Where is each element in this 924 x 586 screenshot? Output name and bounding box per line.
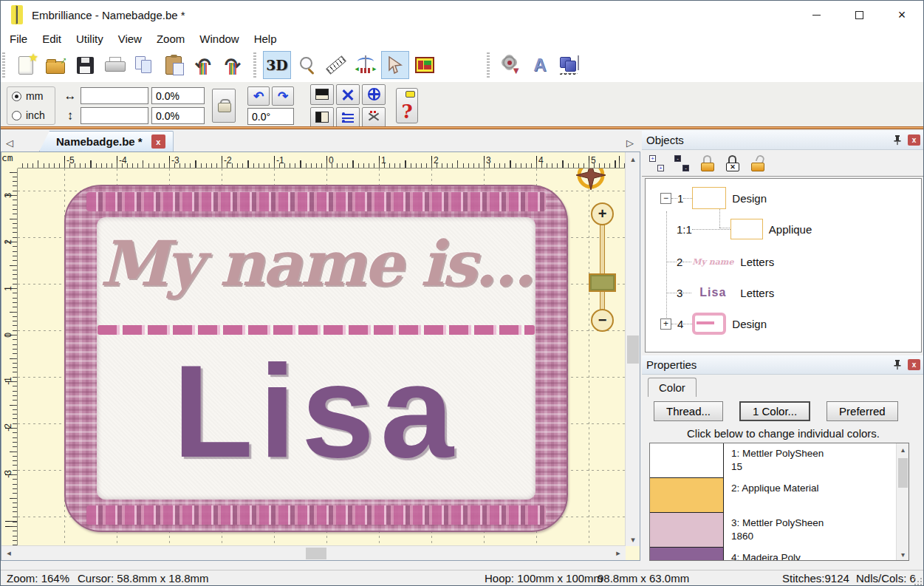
- resize-grip[interactable]: [914, 577, 923, 586]
- scroll-left-arrow[interactable]: ◂: [1, 546, 16, 559]
- collapse-toggle[interactable]: −: [660, 193, 671, 204]
- tab-scroll-right[interactable]: ▷: [621, 134, 639, 151]
- badge-script-text[interactable]: My name is...: [97, 208, 535, 319]
- unit-mm-option[interactable]: mm: [12, 90, 50, 102]
- expand-all-button[interactable]: ++: [649, 155, 665, 171]
- menu-view[interactable]: View: [111, 31, 149, 47]
- badge-border-stitching: [86, 505, 546, 525]
- lock-button[interactable]: [699, 155, 716, 171]
- badge-name-text[interactable]: Lisa: [97, 327, 535, 482]
- zoom-slider-track[interactable]: [600, 225, 605, 312]
- tab-namebadge[interactable]: Namebadge.be * x: [39, 131, 174, 151]
- scroll-down-arrow[interactable]: ▾: [897, 548, 909, 560]
- lettering-button[interactable]: A: [526, 51, 554, 79]
- color-swatch[interactable]: [650, 548, 724, 561]
- view-3d-button[interactable]: 3D: [263, 51, 291, 79]
- copy-button[interactable]: [130, 51, 158, 79]
- tab-close-button[interactable]: x: [151, 134, 165, 149]
- color-row-3[interactable]: 3: Mettler PolySheen1860: [650, 513, 908, 548]
- trim-button[interactable]: [362, 107, 386, 128]
- unit-inch-option[interactable]: inch: [12, 109, 50, 121]
- menu-window[interactable]: Window: [192, 31, 246, 47]
- menu-file[interactable]: File: [2, 31, 35, 47]
- one-color-button[interactable]: 1 Color...: [739, 401, 810, 421]
- width-percent-input[interactable]: [151, 87, 205, 104]
- color-row-4[interactable]: 4: Madeira Poly: [650, 548, 908, 561]
- tab-scroll-left[interactable]: ◁: [1, 134, 18, 151]
- redo-button[interactable]: ↷: [219, 51, 247, 79]
- new-button[interactable]: ★: [12, 51, 40, 79]
- menu-edit[interactable]: Edit: [35, 31, 69, 47]
- height-percent-input[interactable]: [151, 107, 205, 124]
- tree-item-letters-3[interactable]: 3 Lisa Letters: [646, 279, 921, 306]
- stitch-edit-button[interactable]: ◂▸: [352, 51, 380, 79]
- tree-item-applique[interactable]: 1:1 Applique: [646, 216, 921, 242]
- fit-selection-button[interactable]: [336, 84, 360, 105]
- color-list-scrollbar[interactable]: ▴ ▾: [896, 443, 908, 560]
- background-color-button[interactable]: [310, 84, 334, 105]
- print-button[interactable]: [100, 51, 129, 79]
- radio-mm[interactable]: [12, 92, 21, 101]
- lock-none-button[interactable]: ✕: [725, 155, 741, 171]
- zoom-in-button[interactable]: +: [591, 202, 614, 225]
- tab-color[interactable]: Color: [648, 378, 697, 397]
- color-swatch[interactable]: [650, 513, 724, 548]
- height-input[interactable]: [81, 107, 148, 124]
- rotate-left-button[interactable]: ↶: [247, 86, 270, 106]
- rotate-right-button[interactable]: ↷: [272, 86, 294, 106]
- vertical-scroll-thumb[interactable]: [627, 335, 639, 364]
- scroll-right-arrow[interactable]: ▸: [611, 546, 626, 559]
- menu-utility[interactable]: Utility: [69, 31, 111, 47]
- aspect-lock-button[interactable]: [212, 89, 236, 123]
- color-row-1[interactable]: 1: Mettler PolySheen15: [650, 443, 908, 478]
- scroll-up-arrow[interactable]: ▴: [897, 443, 909, 455]
- tree-item-design-4[interactable]: + 4 Design: [646, 310, 921, 337]
- contrast-toggle-button[interactable]: [310, 107, 334, 128]
- measure-button[interactable]: [322, 51, 350, 79]
- stitch-simulator-button[interactable]: ▼: [496, 51, 524, 79]
- scroll-down-arrow[interactable]: ▾: [626, 533, 640, 546]
- object-window-button[interactable]: [411, 51, 439, 79]
- radio-inch[interactable]: [12, 111, 21, 120]
- zoom-tool-button[interactable]: [292, 51, 321, 79]
- minimize-button[interactable]: [795, 1, 838, 29]
- preferred-button[interactable]: Preferred: [827, 401, 898, 421]
- zoom-out-button[interactable]: −: [591, 309, 614, 332]
- expand-toggle[interactable]: +: [660, 318, 671, 330]
- design-viewport[interactable]: My name is... Lisa N + −: [18, 168, 625, 546]
- pin-icon[interactable]: [893, 359, 902, 370]
- color-swatch[interactable]: [650, 478, 724, 513]
- open-button[interactable]: →: [41, 51, 69, 79]
- color-scroll-thumb[interactable]: [898, 458, 908, 488]
- scroll-up-arrow[interactable]: ▴: [626, 152, 640, 166]
- width-input[interactable]: [81, 87, 148, 104]
- tree-item-design-1[interactable]: − 1 Design: [646, 185, 921, 211]
- unlock-button[interactable]: [750, 155, 766, 171]
- rotation-input[interactable]: [247, 108, 294, 125]
- namebadge-design[interactable]: My name is... Lisa: [64, 185, 568, 532]
- horizontal-scroll-thumb[interactable]: [306, 548, 326, 559]
- merge-design-button[interactable]: [555, 51, 584, 79]
- properties-panel-close-button[interactable]: x: [908, 359, 920, 370]
- thread-button[interactable]: Thread...: [654, 401, 723, 421]
- save-button[interactable]: [71, 51, 99, 79]
- close-button[interactable]: ×: [880, 1, 923, 29]
- menu-help[interactable]: Help: [247, 31, 284, 47]
- objects-panel-close-button[interactable]: x: [908, 134, 920, 146]
- color-swatch[interactable]: [650, 443, 724, 478]
- zoom-slider-handle[interactable]: [589, 273, 616, 292]
- maximize-button[interactable]: [838, 1, 880, 29]
- vertical-scrollbar[interactable]: ▴ ▾: [625, 152, 640, 546]
- collapse-all-button[interactable]: --: [674, 155, 691, 171]
- tree-item-letters-2[interactable]: 2 My name Letters: [646, 248, 921, 275]
- horizontal-scrollbar[interactable]: ◂ ▸: [1, 545, 626, 560]
- paste-button[interactable]: [160, 51, 188, 79]
- stitch-list-button[interactable]: [336, 107, 360, 128]
- undo-button[interactable]: ↶: [189, 51, 217, 79]
- menu-zoom[interactable]: Zoom: [149, 31, 192, 47]
- select-tool-button[interactable]: [381, 51, 409, 79]
- pin-icon[interactable]: [893, 134, 902, 146]
- color-row-2[interactable]: 2: Applique Material: [650, 478, 908, 513]
- center-design-button[interactable]: [362, 84, 386, 105]
- help-button[interactable]: ?: [396, 88, 418, 123]
